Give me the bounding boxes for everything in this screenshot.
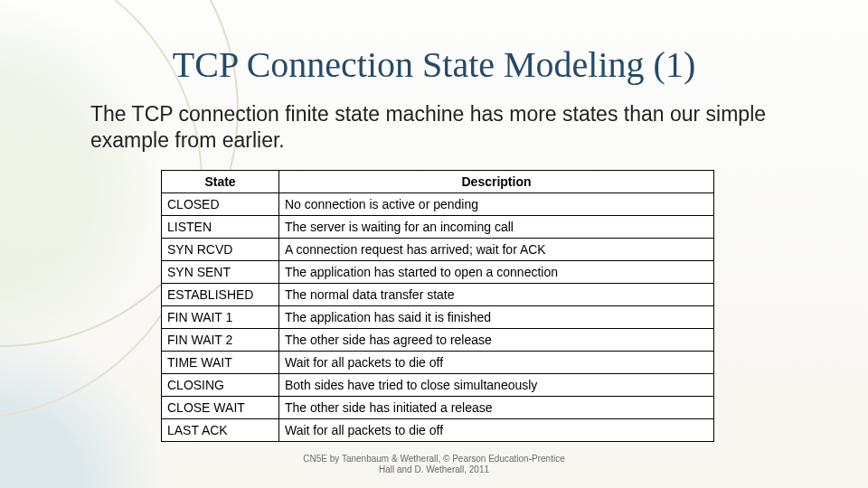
state-cell: SYN RCVD <box>162 239 279 261</box>
footer-line-1: CN5E by Tanenbaum & Wetherall, © Pearson… <box>303 454 564 464</box>
footer-line-2: Hall and D. Wetherall, 2011 <box>379 465 489 474</box>
table-row: SYN SENTThe application has started to o… <box>162 261 714 284</box>
col-header-state: State <box>162 171 279 193</box>
description-cell: Wait for all packets to die off <box>279 352 714 374</box>
body-text: The TCP connection finite state machine … <box>90 101 805 154</box>
description-cell: The normal data transfer state <box>279 284 714 306</box>
slide-title: TCP Connection State Modeling (1) <box>0 43 868 86</box>
state-cell: CLOSED <box>162 193 279 216</box>
state-cell: LAST ACK <box>162 419 279 442</box>
state-cell: CLOSING <box>162 374 279 397</box>
table-row: CLOSEDNo connection is active or pending <box>162 193 714 216</box>
col-header-description: Description <box>279 171 714 193</box>
table-header-row: State Description <box>162 171 714 193</box>
state-cell: SYN SENT <box>162 261 279 284</box>
state-cell: CLOSE WAIT <box>162 397 279 419</box>
description-cell: The application has said it is finished <box>279 306 714 329</box>
table-row: FIN WAIT 2The other side has agreed to r… <box>162 329 714 352</box>
table-row: SYN RCVDA connection request has arrived… <box>162 239 714 261</box>
description-cell: Wait for all packets to die off <box>279 419 714 442</box>
table-row: ESTABLISHEDThe normal data transfer stat… <box>162 284 714 306</box>
description-cell: The other side has initiated a release <box>279 397 714 419</box>
table-row: CLOSE WAITThe other side has initiated a… <box>162 397 714 419</box>
table-row: LAST ACKWait for all packets to die off <box>162 419 714 442</box>
state-cell: ESTABLISHED <box>162 284 279 306</box>
table-row: CLOSINGBoth sides have tried to close si… <box>162 374 714 397</box>
states-table: State Description CLOSEDNo connection is… <box>161 170 714 442</box>
slide: TCP Connection State Modeling (1) The TC… <box>0 0 868 488</box>
state-cell: LISTEN <box>162 216 279 239</box>
state-cell: TIME WAIT <box>162 352 279 374</box>
table-row: LISTENThe server is waiting for an incom… <box>162 216 714 239</box>
table-row: FIN WAIT 1The application has said it is… <box>162 306 714 329</box>
table-row: TIME WAITWait for all packets to die off <box>162 352 714 374</box>
footer-credit: CN5E by Tanenbaum & Wetherall, © Pearson… <box>0 454 868 475</box>
description-cell: No connection is active or pending <box>279 193 714 216</box>
state-cell: FIN WAIT 2 <box>162 329 279 352</box>
description-cell: A connection request has arrived; wait f… <box>279 239 714 261</box>
description-cell: Both sides have tried to close simultane… <box>279 374 714 397</box>
description-cell: The other side has agreed to release <box>279 329 714 352</box>
state-cell: FIN WAIT 1 <box>162 306 279 329</box>
description-cell: The application has started to open a co… <box>279 261 714 284</box>
description-cell: The server is waiting for an incoming ca… <box>279 216 714 239</box>
